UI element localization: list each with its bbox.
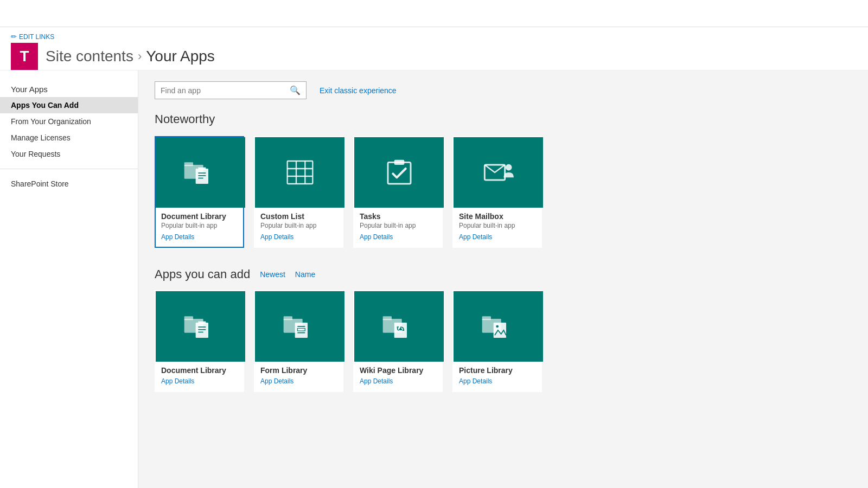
search-box: 🔍 [155, 81, 307, 99]
layout: Your Apps Apps You Can Add From Your Org… [0, 70, 868, 488]
card-link-custom-list[interactable]: App Details [260, 233, 293, 241]
svg-rect-34 [493, 323, 506, 338]
card-icon-tasks [354, 137, 444, 208]
card-link-document-library-add[interactable]: App Details [161, 377, 194, 385]
card-icon-document-library [156, 137, 245, 208]
sidebar-item-apps-you-can-add[interactable]: Apps You Can Add [0, 97, 138, 113]
card-document-library-add[interactable]: Document Library App Details [155, 290, 244, 392]
card-body: Site Mailbox Popular built-in app App De… [454, 208, 541, 241]
breadcrumb: Site contents › Your Apps [46, 48, 215, 65]
card-title: Custom List [260, 212, 337, 221]
card-body: Document Library App Details [156, 362, 243, 386]
sidebar-item-your-requests[interactable]: Your Requests [0, 146, 138, 162]
card-subtitle: Popular built-in app [161, 222, 238, 229]
top-bar [0, 0, 868, 27]
addable-cards: Document Library App Details [155, 290, 852, 392]
sidebar-divider [0, 169, 138, 169]
card-link-document-library-noteworthy[interactable]: App Details [161, 233, 194, 241]
filter-newest[interactable]: Newest [260, 270, 285, 279]
search-button[interactable]: 🔍 [284, 82, 306, 99]
svg-rect-24 [283, 316, 292, 320]
card-link-wiki-page-library[interactable]: App Details [360, 377, 393, 385]
card-body: Document Library Popular built-in app Ap… [156, 208, 243, 241]
card-custom-list[interactable]: Custom List Popular built-in app App Det… [254, 136, 343, 248]
card-form-library[interactable]: Form Library App Details [254, 290, 343, 392]
card-icon-form-library [255, 291, 344, 362]
card-body: Tasks Popular built-in app App Details [354, 208, 442, 241]
card-title: Document Library [161, 366, 238, 375]
header: ✏ EDIT LINKS T Site contents › Your Apps [0, 27, 868, 70]
svg-rect-17 [184, 316, 193, 320]
sidebar-item-from-your-organization[interactable]: From Your Organization [0, 113, 138, 130]
card-wiki-page-library[interactable]: Wiki Page Library App Details [353, 290, 443, 392]
card-link-form-library[interactable]: App Details [260, 377, 293, 385]
edit-links[interactable]: ✏ EDIT LINKS [11, 33, 857, 41]
svg-rect-12 [388, 162, 411, 184]
noteworthy-cards: Document Library Popular built-in app Ap… [155, 136, 852, 248]
card-body: Form Library App Details [255, 362, 342, 386]
header-top: T Site contents › Your Apps [11, 43, 857, 70]
svg-rect-18 [195, 323, 208, 338]
edit-links-label: EDIT LINKS [19, 33, 54, 41]
addable-header: Apps you can add Newest Name [155, 267, 852, 281]
card-body: Custom List Popular built-in app App Det… [255, 208, 342, 241]
breadcrumb-arrow: › [138, 49, 142, 63]
search-input[interactable] [155, 82, 284, 99]
card-title: Picture Library [459, 366, 535, 375]
card-icon-custom-list [255, 137, 344, 208]
breadcrumb-site: Site contents [46, 48, 133, 65]
svg-rect-3 [198, 168, 206, 170]
card-site-mailbox[interactable]: Site Mailbox Popular built-in app App De… [452, 136, 542, 248]
svg-rect-33 [482, 316, 490, 320]
card-subtitle: Popular built-in app [260, 222, 337, 229]
card-title: Site Mailbox [459, 212, 535, 221]
apps-you-can-add-heading: Apps you can add [155, 267, 250, 281]
sidebar: Your Apps Apps You Can Add From Your Org… [0, 70, 138, 488]
card-tasks[interactable]: Tasks Popular built-in app App Details [353, 136, 443, 248]
svg-point-15 [505, 164, 512, 171]
main-content: 🔍 Exit classic experience Noteworthy [138, 70, 868, 488]
svg-point-35 [496, 325, 499, 328]
card-body: Picture Library App Details [454, 362, 541, 386]
card-title: Tasks [360, 212, 436, 221]
sidebar-your-apps[interactable]: Your Apps [0, 81, 138, 97]
card-title: Wiki Page Library [360, 366, 436, 375]
card-subtitle: Popular built-in app [459, 222, 535, 229]
card-body: Wiki Page Library App Details [354, 362, 442, 386]
svg-rect-2 [195, 169, 208, 184]
svg-rect-19 [198, 322, 206, 324]
card-link-tasks[interactable]: App Details [360, 233, 393, 241]
card-icon-picture-library [454, 291, 543, 362]
svg-rect-7 [287, 161, 312, 184]
card-link-site-mailbox[interactable]: App Details [459, 233, 492, 241]
card-icon-site-mailbox [454, 137, 543, 208]
pencil-icon: ✏ [11, 33, 17, 41]
card-icon-document-library-add [156, 291, 245, 362]
exit-classic-link[interactable]: Exit classic experience [320, 86, 397, 95]
svg-rect-1 [184, 162, 193, 166]
filter-name[interactable]: Name [295, 270, 315, 279]
breadcrumb-page: Your Apps [146, 48, 215, 65]
svg-rect-25 [295, 323, 307, 338]
card-document-library-noteworthy[interactable]: Document Library Popular built-in app Ap… [155, 136, 244, 248]
card-title: Document Library [161, 212, 238, 221]
svg-rect-30 [382, 316, 391, 320]
card-title: Form Library [260, 366, 337, 375]
card-link-picture-library[interactable]: App Details [459, 377, 492, 385]
sidebar-item-sharepoint-store[interactable]: SharePoint Store [0, 176, 138, 192]
search-row: 🔍 Exit classic experience [155, 81, 852, 99]
card-icon-wiki-page-library [354, 291, 444, 362]
card-picture-library[interactable]: Picture Library App Details [452, 290, 542, 392]
noteworthy-heading: Noteworthy [155, 112, 852, 126]
app-tile: T [11, 43, 38, 70]
card-subtitle: Popular built-in app [360, 222, 436, 229]
svg-rect-13 [394, 160, 404, 165]
sidebar-item-manage-licenses[interactable]: Manage Licenses [0, 130, 138, 146]
